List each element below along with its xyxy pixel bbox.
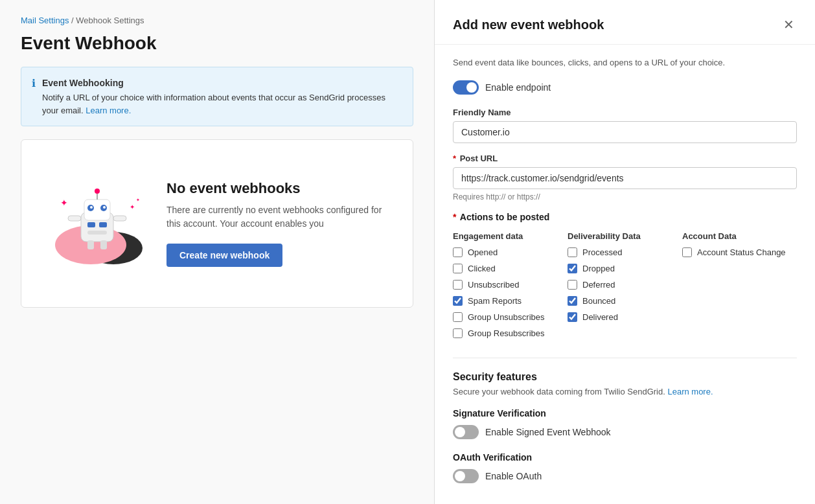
oauth-toggle-row: Enable OAuth	[453, 469, 797, 483]
modal-panel: Add new event webhook ✕ Send event data …	[434, 0, 815, 504]
breadcrumb-parent[interactable]: Mail Settings	[21, 16, 69, 25]
checkbox-bounced-input[interactable]	[568, 296, 577, 306]
checkbox-unsubscribed-input[interactable]	[453, 280, 463, 290]
checkbox-dropped-input[interactable]	[568, 264, 577, 273]
create-webhook-button[interactable]: Create new webhook	[166, 244, 282, 267]
svg-point-9	[95, 189, 100, 194]
account-col-title: Account Data	[682, 231, 797, 241]
oauth-title: OAuth Verification	[453, 452, 797, 463]
svg-point-7	[103, 206, 106, 209]
checkbox-spam-reports[interactable]: Spam Reports	[453, 296, 568, 306]
checkbox-spam-reports-label: Spam Reports	[468, 296, 522, 306]
svg-text:✦: ✦	[136, 198, 140, 202]
info-icon: ℹ	[32, 77, 36, 89]
empty-content: No event webhooks There are currently no…	[166, 180, 392, 267]
enable-endpoint-label: Enable endpoint	[485, 82, 551, 93]
breadcrumb: Mail Settings / Webhook Settings	[21, 16, 413, 25]
checkbox-bounced-label: Bounced	[582, 296, 615, 306]
svg-rect-15	[87, 240, 94, 249]
oauth-toggle[interactable]	[453, 469, 479, 483]
checkbox-processed[interactable]: Processed	[568, 247, 682, 257]
info-banner: ℹ Event Webhooking Notify a URL of your …	[21, 67, 413, 126]
modal-subtitle: Send event data like bounces, clicks, an…	[453, 58, 797, 67]
security-subtitle: Secure your webhook data coming from Twi…	[453, 387, 797, 396]
signature-toggle-slider	[453, 425, 479, 439]
signature-verification-title: Signature Verification	[453, 408, 797, 418]
signature-toggle-label: Enable Signed Event Webhook	[485, 427, 611, 437]
account-col: Account Data Account Status Change	[682, 231, 797, 345]
security-section: Security features Secure your webhook da…	[453, 371, 797, 483]
checkbox-delivered-input[interactable]	[568, 312, 577, 322]
svg-rect-14	[113, 216, 126, 221]
checkbox-deferred[interactable]: Deferred	[568, 280, 682, 290]
checkbox-group-resubscribes-input[interactable]	[453, 328, 463, 338]
modal-header: Add new event webhook ✕	[435, 0, 815, 45]
engagement-col: Engagement data Opened Clicked Unsubscri…	[453, 231, 568, 345]
checkbox-delivered[interactable]: Delivered	[568, 312, 682, 322]
svg-rect-10	[87, 222, 95, 227]
checkbox-dropped[interactable]: Dropped	[568, 264, 682, 273]
toggle-slider	[453, 80, 479, 95]
checkbox-unsubscribed[interactable]: Unsubscribed	[453, 280, 568, 290]
modal-title: Add new event webhook	[453, 17, 604, 32]
checkbox-deferred-input[interactable]	[568, 280, 577, 290]
post-url-input[interactable]	[453, 167, 797, 189]
engagement-col-title: Engagement data	[453, 231, 568, 241]
friendly-name-input[interactable]	[453, 121, 797, 143]
svg-rect-16	[100, 240, 107, 249]
signature-toggle[interactable]	[453, 425, 479, 439]
checkbox-account-status-label: Account Status Change	[697, 247, 786, 257]
deliverability-col: Deliverability Data Processed Dropped De…	[568, 231, 682, 345]
security-learn-more[interactable]: Learn more.	[667, 387, 713, 396]
checkbox-group-unsubscribes-label: Group Unsubscribes	[468, 312, 545, 322]
checkbox-unsubscribed-label: Unsubscribed	[468, 280, 520, 290]
checkbox-processed-input[interactable]	[568, 247, 577, 257]
checkbox-clicked-label: Clicked	[468, 264, 496, 273]
checkbox-opened-input[interactable]	[453, 247, 463, 257]
close-button[interactable]: ✕	[781, 16, 797, 34]
checkbox-group-resubscribes[interactable]: Group Resubscribes	[453, 328, 568, 338]
checkbox-bounced[interactable]: Bounced	[568, 296, 682, 306]
svg-text:✦: ✦	[60, 198, 68, 208]
checkbox-delivered-label: Delivered	[582, 312, 618, 322]
empty-webhooks-card: ✦ ✦ ✦ No event webhooks There are curren…	[21, 139, 413, 308]
svg-point-6	[90, 206, 93, 209]
actions-grid: Engagement data Opened Clicked Unsubscri…	[453, 231, 797, 345]
empty-illustration: ✦ ✦ ✦	[42, 177, 146, 270]
left-panel: Mail Settings / Webhook Settings Event W…	[0, 0, 434, 504]
info-banner-heading: Event Webhooking	[42, 76, 402, 90]
friendly-name-label: Friendly Name	[453, 108, 797, 117]
checkbox-account-status-input[interactable]	[682, 247, 692, 257]
checkbox-account-status[interactable]: Account Status Change	[682, 247, 797, 257]
page-title: Event Webhook	[21, 33, 413, 54]
svg-rect-11	[99, 222, 107, 227]
svg-rect-13	[68, 216, 81, 221]
post-url-label: * Post URL	[453, 154, 797, 163]
deliverability-col-title: Deliverability Data	[568, 231, 682, 241]
checkbox-dropped-label: Dropped	[582, 264, 615, 273]
actions-title: * Actions to be posted	[453, 212, 797, 222]
oauth-section: OAuth Verification Enable OAuth	[453, 452, 797, 483]
empty-heading: No event webhooks	[166, 180, 392, 197]
oauth-toggle-slider	[453, 469, 479, 483]
checkbox-clicked-input[interactable]	[453, 264, 463, 273]
enable-endpoint-toggle[interactable]	[453, 80, 479, 95]
signature-toggle-row: Enable Signed Event Webhook	[453, 425, 797, 439]
post-url-group: * Post URL Requires http:// or https://	[453, 154, 797, 201]
checkbox-group-unsubscribes-input[interactable]	[453, 312, 463, 322]
modal-body: Send event data like bounces, clicks, an…	[435, 45, 815, 504]
checkbox-opened[interactable]: Opened	[453, 247, 568, 257]
checkbox-deferred-label: Deferred	[582, 280, 615, 290]
checkbox-clicked[interactable]: Clicked	[453, 264, 568, 273]
friendly-name-group: Friendly Name	[453, 108, 797, 143]
checkbox-spam-reports-input[interactable]	[453, 296, 463, 306]
actions-section: * Actions to be posted Engagement data O…	[453, 212, 797, 345]
svg-text:✦: ✦	[130, 203, 135, 211]
signature-verification-section: Signature Verification Enable Signed Eve…	[453, 408, 797, 439]
info-banner-link[interactable]: Learn more.	[86, 106, 131, 115]
required-marker: *	[453, 154, 456, 163]
checkbox-group-unsubscribes[interactable]: Group Unsubscribes	[453, 312, 568, 322]
info-banner-text: Event Webhooking Notify a URL of your ch…	[42, 76, 402, 117]
section-divider	[453, 358, 797, 358]
breadcrumb-current: Webhook Settings	[76, 16, 144, 25]
